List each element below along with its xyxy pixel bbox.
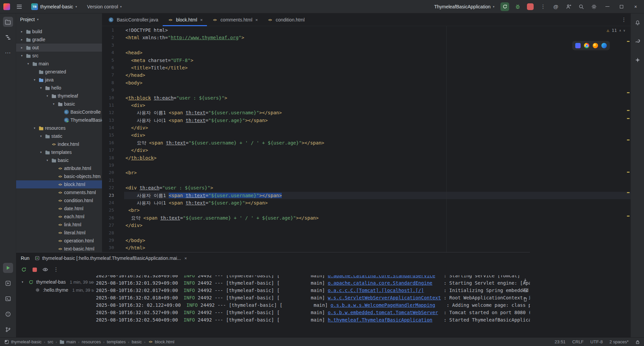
line-number[interactable]: 15 xyxy=(102,131,124,139)
line-number[interactable]: 10 xyxy=(102,94,124,102)
code-line-1[interactable]: <!DOCTYPE html> xyxy=(124,26,631,34)
builtin-browser-icon[interactable] xyxy=(575,43,581,48)
stop-button[interactable] xyxy=(30,265,39,274)
line-number[interactable]: 26 xyxy=(102,214,124,222)
logger-link[interactable]: o.s.b.w.embedded.tomcat.TomcatWebServer xyxy=(328,309,441,316)
edge-browser-icon[interactable] xyxy=(601,43,607,48)
line-number[interactable]: 18 xyxy=(102,154,124,162)
breadcrumb-resources[interactable]: resources xyxy=(82,339,101,344)
logger-link[interactable]: o.s.b.a.w.s.WelcomePageHandlerMapping xyxy=(331,301,444,309)
tree-item-main[interactable]: ▾main xyxy=(16,60,102,68)
problems-toolwindow-icon[interactable] xyxy=(3,309,13,319)
search-everywhere-icon[interactable] xyxy=(577,2,586,11)
tree-item-attribute.html[interactable]: <>attribute.html xyxy=(16,164,102,172)
tree-item-out[interactable]: ▸out xyxy=(16,44,102,52)
chevron-right-icon[interactable]: ▸ xyxy=(19,38,25,41)
tree-item-each.html[interactable]: <>each.html xyxy=(16,213,102,221)
code-line-9[interactable] xyxy=(124,86,631,94)
breadcrumb-basic[interactable]: basic xyxy=(131,339,142,344)
code-line-26[interactable]: 요약 <span th:text="${user.username} + ' /… xyxy=(124,214,631,222)
code-line-3[interactable] xyxy=(124,42,631,49)
clear-trash-icon[interactable] xyxy=(523,297,528,302)
line-number[interactable]: 29 xyxy=(102,237,124,244)
editor-tab-condition.html[interactable]: <>condition.html xyxy=(262,13,309,26)
project-widget[interactable]: TB thymeleaf-basic ▾ xyxy=(29,2,80,11)
code-area[interactable]: ⚠ 11 ∧ ∨ <!DOCTYPE html><html xmlns:th="… xyxy=(124,26,631,252)
chevron-down-icon[interactable]: ▾ xyxy=(44,94,50,98)
close-tab-icon[interactable]: × xyxy=(255,17,258,22)
line-number[interactable]: 4 xyxy=(102,49,124,56)
structure-toolwindow-icon[interactable] xyxy=(3,32,13,42)
chevron-right-icon[interactable]: ▸ xyxy=(19,30,25,33)
logger-link[interactable]: o.apache.catalina.core.StandardService xyxy=(328,275,441,279)
run-configuration-select[interactable]: ThymeleafBasicApplication ▾ xyxy=(432,3,496,11)
line-number[interactable]: 9 xyxy=(102,86,124,94)
line-number[interactable]: 5 xyxy=(102,57,124,64)
code-line-12[interactable]: 사용자 이름1 <span th:text="${user.username}"… xyxy=(124,109,631,116)
line-separator[interactable]: CRLF xyxy=(572,339,584,344)
code-line-29[interactable]: </body> xyxy=(124,237,631,244)
code-line-4[interactable]: <head> xyxy=(124,49,631,56)
minimize-icon[interactable] xyxy=(602,2,612,11)
chevron-down-icon[interactable]: ▾ xyxy=(51,102,57,106)
breadcrumb-main[interactable]: main xyxy=(59,339,76,344)
line-number[interactable]: 25 xyxy=(102,207,124,214)
line-number[interactable]: 19 xyxy=(102,162,124,169)
code-line-11[interactable]: <div> xyxy=(124,102,631,109)
prev-problem-icon[interactable]: ∧ xyxy=(619,29,621,32)
code-line-18[interactable]: </th:block> xyxy=(124,154,631,162)
chrome-browser-icon[interactable] xyxy=(584,43,589,48)
line-number[interactable]: 6 xyxy=(102,64,124,71)
debug-button[interactable] xyxy=(513,2,522,11)
tree-item-hello[interactable]: ▾hello xyxy=(16,84,102,92)
tree-item-text-basic.html[interactable]: <>text-basic.html xyxy=(16,245,102,252)
run-toolwindow-icon[interactable] xyxy=(3,263,13,273)
editor-tab-comments.html[interactable]: <>comments.html× xyxy=(207,13,262,26)
logger-link[interactable]: h.thymeleaf.ThymeleafBasicApplication xyxy=(328,316,441,324)
line-number[interactable]: 16 xyxy=(102,139,124,147)
line-number[interactable]: 21 xyxy=(102,177,124,184)
tree-item-thymeleafbasicap[interactable]: CThymeleafBasicAp xyxy=(16,116,102,124)
tree-item-basic-objects.htm[interactable]: <>basic-objects.htm xyxy=(16,172,102,180)
code-line-16[interactable]: 요약 <span th:text="${user.username} + ' /… xyxy=(124,139,631,147)
tree-item-condition.html[interactable]: <>condition.html xyxy=(16,196,102,205)
tree-item-thymeleaf[interactable]: ▾thymeleaf xyxy=(16,92,102,100)
gradle-toolwindow-icon[interactable] xyxy=(633,36,643,46)
code-line-25[interactable]: <br> xyxy=(124,207,631,214)
code-line-20[interactable]: <br> xyxy=(124,169,631,176)
close-icon[interactable]: × xyxy=(631,2,641,11)
at-mentions-icon[interactable]: @ xyxy=(551,2,560,11)
logger-link[interactable]: o.apache.catalina.core.StandardEngine xyxy=(328,279,441,287)
editor-tab-BasicController.java[interactable]: CBasicController.java xyxy=(103,13,163,26)
code-line-30[interactable]: </html> xyxy=(124,244,631,251)
scroll-to-end-icon[interactable] xyxy=(523,278,528,283)
line-number[interactable]: 23 xyxy=(102,192,124,199)
chevron-down-icon[interactable]: ▾ xyxy=(44,159,50,162)
run-tree-item-thymeleaf-bas[interactable]: ▾thymeleaf-bas1 min, 39 sec xyxy=(19,278,94,286)
line-number[interactable]: 2 xyxy=(102,34,124,41)
line-number[interactable]: 17 xyxy=(102,147,124,154)
code-line-7[interactable]: </head> xyxy=(124,71,631,79)
chevron-down-icon[interactable]: ▾ xyxy=(19,54,25,57)
code-line-5[interactable]: <meta charset="UTF-8"> xyxy=(124,57,631,64)
indent-setting[interactable]: 2 spaces* xyxy=(609,339,629,344)
tab-options-kebab-icon[interactable]: ⋮ xyxy=(621,16,627,23)
code-line-6[interactable]: <title>Title</title> xyxy=(124,64,631,71)
editor-tab-block.html[interactable]: <>block.html× xyxy=(163,13,207,26)
chevron-down-icon[interactable]: ▾ xyxy=(32,126,38,130)
code-line-15[interactable]: <div> xyxy=(124,131,631,139)
line-number[interactable]: 11 xyxy=(102,102,124,109)
tree-item-templates[interactable]: ▾templates xyxy=(16,148,102,156)
code-line-23[interactable]: 사용자 이름1 <span th:text="${user.username}"… xyxy=(124,192,631,199)
line-number[interactable]: 27 xyxy=(102,222,124,229)
rerun-button[interactable] xyxy=(19,265,28,274)
tree-item-generated[interactable]: generated xyxy=(16,68,102,76)
line-number[interactable]: 13 xyxy=(102,117,124,124)
code-line-22[interactable]: <div th:each="user : ${users}"> xyxy=(124,184,631,191)
code-line-19[interactable] xyxy=(124,162,631,169)
close-tab-icon[interactable]: × xyxy=(184,256,187,261)
breadcrumb-src[interactable]: src xyxy=(48,339,53,344)
line-number[interactable]: 12 xyxy=(102,109,124,116)
tree-item-java[interactable]: ▾java xyxy=(16,76,102,84)
ai-sparkle-toolwindow-icon[interactable] xyxy=(633,55,643,65)
